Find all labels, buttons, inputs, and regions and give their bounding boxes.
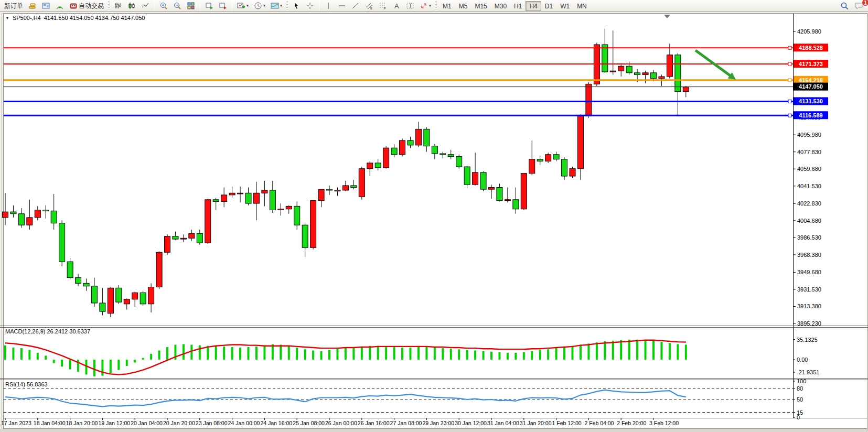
vertical-line-icon[interactable] [322,1,335,11]
svg-text:20 Jan 04:00: 20 Jan 04:00 [131,420,163,426]
svg-text:0.00: 0.00 [797,357,808,363]
svg-text:A: A [394,2,399,10]
timeframe-MN[interactable]: MN [573,1,591,11]
toolbar-grip [286,1,288,10]
svg-text:4095.980: 4095.980 [797,132,821,138]
timeframe-group: M1M5M15M30H1H4D1W1MN [439,1,591,11]
svg-text:31 Jan 04:00: 31 Jan 04:00 [487,420,519,426]
search-icon[interactable] [838,1,851,11]
chart-profile-icon[interactable]: ▾ [269,1,284,11]
timeframe-H1[interactable]: H1 [510,1,526,11]
svg-text:18 Jan 04:00: 18 Jan 04:00 [34,420,66,426]
timeframe-M5[interactable]: M5 [455,1,471,11]
period-clock-button[interactable]: ▾ [252,1,267,11]
macd-indicator-label: MACD(12,26,9) 26.2412 30.6337 [5,328,90,334]
chart-title: ▼ SP500-,H4 4141.550 4154.050 4134.750 4… [5,15,145,21]
new-chart-button[interactable]: ▾ [235,1,251,11]
chart-canvas[interactable]: 4205.9804187.8304169.6804150.9804132.830… [0,0,868,432]
svg-text:26 Jan 00:00: 26 Jan 00:00 [325,420,357,426]
chart-symbol-period: SP500-,H4 [13,15,41,21]
svg-text:4188.528: 4188.528 [799,45,823,51]
svg-text:19 Jan 12:00: 19 Jan 12:00 [98,420,130,426]
svg-text:4205.980: 4205.980 [797,28,821,35]
svg-text:29 Jan 23:00: 29 Jan 23:00 [422,420,454,426]
svg-text:17 Jan 2023: 17 Jan 2023 [1,420,31,426]
toolbar-separator [232,1,232,10]
new-order-label: 新订单 [4,2,23,10]
arrange-charts-icon[interactable] [203,1,216,11]
toolbar-separator [200,1,200,10]
svg-text:4171.373: 4171.373 [799,61,823,67]
svg-text:31 Jan 20:00: 31 Jan 20:00 [520,420,552,426]
chevron-down-icon: ▾ [429,4,431,8]
svg-text:20 Jan 20:00: 20 Jan 20:00 [163,420,195,426]
timeframe-D1[interactable]: D1 [541,1,556,11]
svg-text:24 Jan 16:00: 24 Jan 16:00 [260,420,292,426]
svg-text:4004.680: 4004.680 [797,218,821,224]
navigator-icon[interactable] [40,1,52,11]
svg-text:0: 0 [797,414,800,420]
svg-text:1 Feb 12:00: 1 Feb 12:00 [552,420,582,426]
equidistant-channel-icon[interactable]: E [363,1,376,11]
svg-text:3949.680: 3949.680 [797,269,821,275]
market-watch-icon[interactable] [26,1,39,11]
svg-text:100: 100 [797,378,806,384]
svg-text:4022.830: 4022.830 [797,200,821,207]
svg-text:3968.380: 3968.380 [797,252,821,258]
chevron-down-icon: ▾ [263,4,265,8]
new-order-button[interactable]: 新订单 [2,1,25,11]
cascade-charts-icon[interactable] [217,1,229,11]
svg-text:35.1325: 35.1325 [797,337,818,343]
toolbar-grip [108,1,110,10]
svg-text:3986.530: 3986.530 [797,234,821,241]
crosshair-icon[interactable] [304,1,316,11]
svg-text:4059.680: 4059.680 [797,166,821,172]
svg-text:3913.380: 3913.380 [797,303,821,309]
timeframe-W1[interactable]: W1 [556,1,573,11]
svg-text:F: F [384,7,386,10]
zoom-in-icon[interactable] [157,1,170,11]
svg-text:18 Jan 20:00: 18 Jan 20:00 [66,420,98,426]
svg-text:3895.230: 3895.230 [797,320,821,327]
svg-text:23 Jan 08:00: 23 Jan 08:00 [196,420,228,426]
fibonacci-icon[interactable]: F [377,1,389,11]
candlestick-icon[interactable] [125,1,138,11]
svg-text:2 Feb 20:00: 2 Feb 20:00 [617,420,646,426]
svg-text:E: E [370,7,372,10]
timeframe-M1[interactable]: M1 [439,1,455,11]
notification-badge: 1 [862,0,868,6]
cursor-icon[interactable] [290,1,303,11]
toolbar-separator [319,1,319,10]
main-toolbar: 新订单 自动交易 [0,0,868,12]
autotrading-label: 自动交易 [79,2,104,10]
trendline-icon[interactable] [349,1,362,11]
svg-text:2 Feb 04:00: 2 Feb 04:00 [584,420,614,426]
svg-text:4041.530: 4041.530 [797,183,821,189]
svg-text:4131.530: 4131.530 [799,98,823,104]
horizontal-line-icon[interactable] [336,1,348,11]
zoom-out-icon[interactable] [171,1,184,11]
timeframe-M30[interactable]: M30 [491,1,510,11]
tile-windows-icon[interactable] [185,1,197,11]
svg-text:4116.589: 4116.589 [799,112,822,118]
toolbar-grip [435,1,437,10]
arrows-tool-icon[interactable]: ▾ [417,1,433,11]
timeframe-H4[interactable]: H4 [526,1,541,11]
svg-text:3931.530: 3931.530 [797,286,821,293]
svg-text:30 Jan 12:00: 30 Jan 12:00 [455,420,487,426]
line-chart-icon[interactable] [139,1,152,11]
toolbar-separator [154,1,155,10]
chat-icon[interactable]: 1 [852,1,866,11]
autotrading-button[interactable]: 自动交易 [67,1,106,11]
trading-terminal: { "toolbar": { "new_order_label": "新订单",… [0,0,868,432]
chart-ohlc-values: 4141.550 4154.050 4134.750 4147.050 [44,15,145,21]
chart-dropdown-icon[interactable]: ▼ [5,16,9,20]
text-label-icon[interactable]: T [404,1,416,11]
bar-chart-icon[interactable] [112,1,124,11]
svg-text:50: 50 [797,396,803,403]
timeframe-M15[interactable]: M15 [471,1,490,11]
text-tool-icon[interactable]: A [390,1,403,11]
svg-text:80: 80 [797,385,803,392]
signals-icon[interactable] [53,1,66,11]
svg-text:25 Jan 08:00: 25 Jan 08:00 [293,420,325,426]
